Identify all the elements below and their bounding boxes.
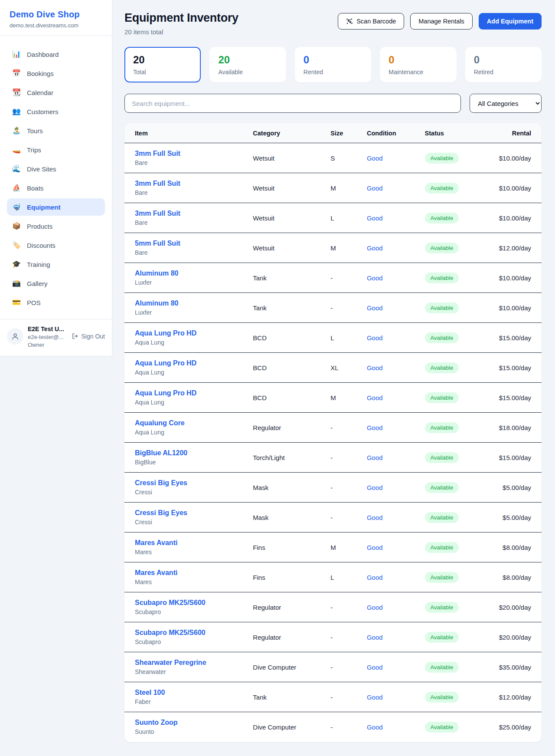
condition-link[interactable]: Good (367, 154, 383, 162)
item-cell: Cressi Big Eyes Cressi (124, 503, 253, 532)
condition-cell: Good (367, 443, 425, 473)
stat-card-total[interactable]: 20 Total (124, 47, 201, 82)
condition-link[interactable]: Good (367, 364, 383, 371)
sidebar-item-dive-sites[interactable]: 🌊 Dive Sites (7, 160, 105, 177)
condition-link[interactable]: Good (367, 604, 383, 611)
item-name-link[interactable]: 5mm Full Suit (135, 240, 253, 247)
item-name-link[interactable]: Shearwater Peregrine (135, 659, 253, 667)
item-cell: Suunto Zoop Suunto (124, 712, 253, 742)
condition-link[interactable]: Good (367, 484, 383, 491)
search-input[interactable] (124, 94, 461, 113)
status-badge: Available (425, 243, 459, 253)
sidebar-item-gallery[interactable]: 📸 Gallery (7, 275, 105, 292)
condition-link[interactable]: Good (367, 244, 383, 252)
item-name-link[interactable]: Aluminum 80 (135, 270, 253, 277)
item-name-link[interactable]: Cressi Big Eyes (135, 509, 253, 517)
size-cell: - (330, 682, 367, 712)
item-name-link[interactable]: Aluminum 80 (135, 299, 253, 307)
item-name-link[interactable]: Cressi Big Eyes (135, 479, 253, 487)
sidebar-item-boats[interactable]: ⛵ Boats (7, 179, 105, 197)
sidebar-item-calendar[interactable]: 📆 Calendar (7, 84, 105, 101)
item-name-link[interactable]: Aqualung Core (135, 419, 253, 427)
stat-card-rented[interactable]: 0 Rented (295, 47, 371, 82)
status-badge: Available (425, 542, 459, 553)
camera-icon: 📸 (12, 280, 21, 287)
item-name-link[interactable]: Mares Avanti (135, 569, 253, 577)
sidebar-item-customers[interactable]: 👥 Customers (7, 103, 105, 120)
condition-link[interactable]: Good (367, 214, 383, 222)
table-row: 3mm Full Suit Bare Wetsuit M Good Availa… (124, 173, 542, 203)
tearoff-calendar-icon: 📆 (12, 89, 21, 96)
rental-cell: $10.00/day (475, 203, 542, 233)
rental-cell: $12.00/day (475, 682, 542, 712)
credit-card-icon: 💳 (12, 299, 21, 306)
item-name-link[interactable]: Aqua Lung Pro HD (135, 329, 253, 337)
sign-out-button[interactable]: Sign Out (72, 332, 105, 340)
stat-card-maintenance[interactable]: 0 Maintenance (380, 47, 456, 82)
item-name-link[interactable]: Suunto Zoop (135, 719, 253, 726)
shop-name: Demo Dive Shop (10, 10, 102, 20)
condition-link[interactable]: Good (367, 454, 383, 461)
item-name-link[interactable]: Scubapro MK25/S600 (135, 629, 253, 637)
condition-link[interactable]: Good (367, 514, 383, 521)
sidebar-item-bookings[interactable]: 📅 Bookings (7, 65, 105, 82)
stat-card-available[interactable]: 20 Available (209, 47, 286, 82)
sidebar-item-training[interactable]: 🎓 Training (7, 256, 105, 273)
status-badge: Available (425, 482, 459, 493)
item-brand: Bare (135, 189, 253, 196)
item-name-link[interactable]: 3mm Full Suit (135, 150, 253, 158)
condition-link[interactable]: Good (367, 634, 383, 641)
item-name-link[interactable]: Steel 100 (135, 689, 253, 697)
category-cell: Wetsuit (253, 173, 330, 203)
sidebar-item-tours[interactable]: 🏝️ Tours (7, 122, 105, 139)
rental-cell: $12.00/day (475, 233, 542, 263)
rental-cell: $5.00/day (475, 503, 542, 532)
item-name-link[interactable]: Aqua Lung Pro HD (135, 389, 253, 397)
condition-link[interactable]: Good (367, 304, 383, 312)
category-cell: Regulator (253, 622, 330, 652)
stat-value: 20 (218, 54, 277, 66)
status-badge: Available (425, 512, 459, 523)
condition-link[interactable]: Good (367, 694, 383, 701)
equipment-table: Item Category Size Condition Status Rent… (124, 123, 542, 742)
item-name-link[interactable]: BigBlue AL1200 (135, 449, 253, 457)
condition-link[interactable]: Good (367, 544, 383, 551)
condition-link[interactable]: Good (367, 184, 383, 192)
item-name-link[interactable]: Scubapro MK25/S600 (135, 599, 253, 607)
item-cell: Cressi Big Eyes Cressi (124, 473, 253, 503)
size-cell: - (330, 443, 367, 473)
item-cell: BigBlue AL1200 BigBlue (124, 443, 253, 473)
status-badge: Available (425, 422, 459, 433)
category-filter-select[interactable]: All Categories (470, 94, 542, 113)
sidebar-item-pos[interactable]: 💳 POS (7, 294, 105, 311)
item-name-link[interactable]: 3mm Full Suit (135, 180, 253, 187)
condition-link[interactable]: Good (367, 394, 383, 401)
sidebar-item-discounts[interactable]: 🏷️ Discounts (7, 237, 105, 254)
item-name-link[interactable]: Mares Avanti (135, 539, 253, 547)
size-cell: - (330, 592, 367, 622)
sidebar-item-dashboard[interactable]: 📊 Dashboard (7, 46, 105, 63)
condition-link[interactable]: Good (367, 334, 383, 342)
stat-card-retired[interactable]: 0 Retired (465, 47, 542, 82)
condition-link[interactable]: Good (367, 723, 383, 731)
condition-link[interactable]: Good (367, 424, 383, 431)
condition-link[interactable]: Good (367, 274, 383, 282)
condition-link[interactable]: Good (367, 664, 383, 671)
condition-cell: Good (367, 143, 425, 173)
sidebar-item-equipment[interactable]: 🤿 Equipment (7, 198, 105, 216)
item-brand: Bare (135, 249, 253, 256)
item-name-link[interactable]: Aqua Lung Pro HD (135, 359, 253, 367)
sidebar-item-trips[interactable]: 🚤 Trips (7, 141, 105, 158)
item-brand: Scubapro (135, 638, 253, 645)
status-badge: Available (425, 452, 459, 463)
rental-cell: $20.00/day (475, 622, 542, 652)
sidebar-item-products[interactable]: 📦 Products (7, 217, 105, 235)
col-header-condition: Condition (367, 123, 425, 143)
add-equipment-button[interactable]: Add Equipment (479, 13, 542, 30)
table-row: Aqua Lung Pro HD Aqua Lung BCD M Good Av… (124, 383, 542, 413)
status-badge: Available (425, 332, 459, 343)
item-name-link[interactable]: 3mm Full Suit (135, 210, 253, 217)
condition-link[interactable]: Good (367, 574, 383, 581)
manage-rentals-button[interactable]: Manage Rentals (410, 13, 473, 30)
scan-barcode-button[interactable]: Scan Barcode (338, 13, 404, 30)
